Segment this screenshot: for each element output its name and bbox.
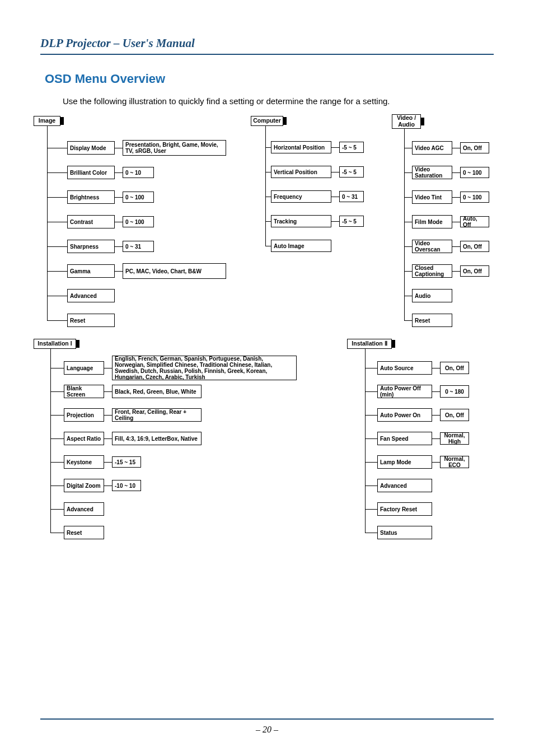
root-video-audio: Video / Audio <box>392 114 421 129</box>
menu-label: Display Mode <box>67 141 115 155</box>
menu-value: On, Off <box>440 409 469 421</box>
menu-value: -5 ~ 5 <box>339 216 364 227</box>
header-title: DLP Projector – User's Manual <box>40 36 494 50</box>
menu-value: 0 ~ 100 <box>123 216 154 227</box>
root-install2: Installation Ⅱ <box>347 339 392 349</box>
menu-label: Digital Zoom <box>64 479 104 492</box>
menu-label: Auto Source <box>377 361 432 375</box>
root-computer: Computer <box>251 116 283 126</box>
section-title: OSD Menu Overview <box>45 72 494 86</box>
menu-value: Presentation, Bright, Game, Movie, TV, s… <box>123 140 226 156</box>
menu-label: Audio <box>412 289 452 302</box>
menu-value: -10 ~ 10 <box>112 480 141 491</box>
menu-value: On, Off <box>460 142 489 153</box>
menu-label: Video Tint <box>412 190 452 204</box>
menu-value: English, French, German, Spanish, Portug… <box>112 356 297 380</box>
menu-label: Frequency <box>271 190 331 203</box>
menu-label: Video AGC <box>412 141 452 155</box>
menu-value: 0 ~ 31 <box>339 191 364 202</box>
menu-label: Film Mode <box>412 215 452 228</box>
menu-value: 0 ~ 10 <box>123 167 154 178</box>
menu-label: Auto Power On <box>377 408 432 422</box>
menu-value: -5 ~ 5 <box>339 142 364 153</box>
menu-value: Black, Red, Green, Blue, White <box>112 385 202 398</box>
menu-label: Auto Power Off (min) <box>377 385 432 398</box>
menu-label: Reset <box>67 314 115 327</box>
menu-label: Fan Speed <box>377 432 432 445</box>
menu-label: Lamp Mode <box>377 455 432 469</box>
menu-value: On, Off <box>440 362 469 374</box>
menu-label: Blank Screen <box>64 385 104 398</box>
footer-rule <box>40 718 494 720</box>
menu-value: 0 ~ 31 <box>123 241 154 252</box>
menu-value: PC, MAC, Video, Chart, B&W <box>123 263 226 279</box>
menu-value: 0 ~ 100 <box>123 192 154 203</box>
root-install1: Installation I <box>34 339 76 349</box>
menu-label: Advanced <box>64 502 104 516</box>
menu-label: Factory Reset <box>377 502 432 516</box>
header-rule <box>40 54 494 55</box>
menu-label: Tracking <box>271 215 331 227</box>
menu-label: Language <box>64 361 104 375</box>
menu-value: -15 ~ 15 <box>112 456 141 468</box>
menu-value: -5 ~ 5 <box>339 166 364 178</box>
menu-value: 0 ~ 100 <box>460 167 489 178</box>
osd-menu-diagram: ImageDisplay ModePresentation, Bright, G… <box>34 116 493 575</box>
menu-value: On, Off <box>460 241 489 252</box>
menu-label: Gamma <box>67 264 115 278</box>
menu-label: Brilliant Color <box>67 166 115 179</box>
menu-label: Advanced <box>67 289 115 302</box>
menu-label: Reset <box>64 526 104 539</box>
menu-label: Video Overscan <box>412 240 452 253</box>
menu-value: 0 ~ 180 <box>440 385 469 398</box>
menu-label: Aspect Ratio <box>64 432 104 445</box>
menu-value: Auto, Off <box>460 216 489 227</box>
menu-label: Advanced <box>377 479 432 492</box>
menu-label: Brightness <box>67 190 115 204</box>
root-image: Image <box>34 116 60 126</box>
menu-label: Auto Image <box>271 240 331 252</box>
menu-label: Closed Captioning <box>412 264 452 278</box>
menu-value: Fill, 4:3, 16:9, LetterBox, Native <box>112 432 202 445</box>
menu-value: Normal, High <box>440 432 469 445</box>
menu-label: Video Saturation <box>412 166 452 179</box>
menu-value: Front, Rear, Ceiling, Rear + Ceiling <box>112 408 202 422</box>
menu-label: Projection <box>64 408 104 422</box>
intro-text: Use the following illustration to quickl… <box>63 96 494 106</box>
menu-value: On, Off <box>460 265 489 277</box>
menu-value: 0 ~ 100 <box>460 192 489 203</box>
menu-label: Vertical Position <box>271 166 331 178</box>
menu-label: Status <box>377 526 432 539</box>
menu-label: Reset <box>412 314 452 327</box>
menu-label: Contrast <box>67 215 115 228</box>
menu-label: Keystone <box>64 455 104 469</box>
menu-label: Horizontal Position <box>271 141 331 153</box>
menu-value: Normal, ECO <box>440 456 469 468</box>
menu-label: Sharpness <box>67 240 115 253</box>
page-number: – 20 – <box>0 725 534 735</box>
